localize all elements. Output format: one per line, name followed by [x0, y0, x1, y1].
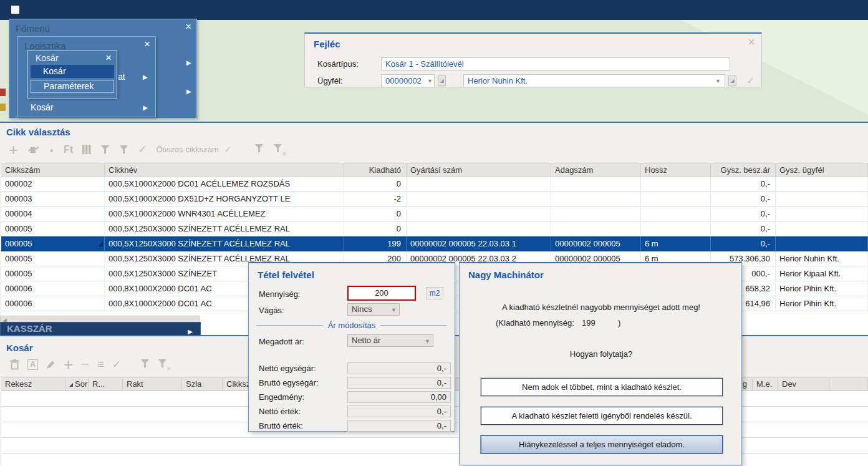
text-a-icon[interactable]: A	[27, 359, 38, 370]
chevron-down-icon[interactable]: ▼	[427, 78, 433, 84]
ugyfel-code-detail-button[interactable]: ◢	[438, 75, 446, 86]
close-icon[interactable]: ×	[105, 52, 112, 63]
column-header-kiadhato[interactable]: Kiadható	[344, 164, 407, 176]
kiadhato-mennyiseg-value: 199	[582, 318, 596, 328]
cell-hossz	[641, 221, 711, 236]
cikk-table-header: Cikkszám Cikknév Kiadható Gyártási szám …	[1, 163, 868, 177]
pour-icon[interactable]	[27, 145, 39, 154]
add-icon[interactable]: +	[64, 358, 73, 371]
cell-ugyfel: Herior Nuhin Kft.	[776, 251, 868, 266]
menu-item-kosar[interactable]: Kosár	[31, 102, 54, 112]
filter-icon[interactable]	[140, 359, 150, 371]
column-header-sor[interactable]: Sor	[65, 378, 89, 391]
columns-icon[interactable]	[82, 145, 91, 154]
application-window: Főmenü × ▶ ▶ Logisztika × at ▶ Kosár ▶ K…	[0, 0, 868, 466]
cell-gyartasi	[407, 206, 551, 221]
filter-apply-icon[interactable]	[254, 143, 264, 155]
netto-ertek-value: 0,-	[347, 405, 451, 417]
filter-clear-icon[interactable]: ×	[273, 143, 282, 155]
pencil-icon[interactable]	[46, 360, 55, 369]
menu-item-kosar[interactable]: Kosár	[31, 65, 114, 78]
window-kasszar-titlebar[interactable]: KASSZÁR ▶	[0, 322, 201, 336]
menu-item-fragment[interactable]: at	[118, 72, 125, 82]
cell-cikkszam: 000002	[1, 177, 105, 191]
table-row[interactable]: 000002 000,5X1000X2000 DC01 ACÉLLEMEZ RO…	[1, 177, 868, 192]
list-icon[interactable]: ≡	[97, 358, 104, 371]
kosar-toolbar: A + − ≡ ✓ ×	[10, 356, 167, 372]
cikk-toolbar: + ▲ Ft ✓ Összes cikkszám ✓ ×	[9, 143, 282, 156]
cell-ugyfel	[776, 221, 868, 236]
window-title: KASSZÁR	[7, 323, 52, 334]
desktop-icon-fragment	[0, 89, 6, 96]
cell-adag	[551, 221, 641, 236]
ugyfel-name-combo[interactable]: Herior Nuhin Kft.	[463, 74, 725, 87]
close-icon[interactable]: ×	[144, 39, 150, 49]
column-header-gysz-beszar[interactable]: Gysz. besz.ár	[711, 164, 776, 176]
option-button-create-order[interactable]: A kiadható készlet feletti igényből rend…	[481, 407, 723, 425]
add-icon[interactable]: +	[9, 143, 18, 156]
option-button-shortage-handling[interactable]: Hiánykezeléssel a teljes mennyiséget ela…	[481, 435, 723, 454]
netto-ertek-label: Nettó érték:	[259, 407, 301, 416]
submenu-arrow-icon: ▶	[143, 74, 148, 80]
cell-gyartasi: 00000002 000005 22.03.03 1	[407, 236, 551, 251]
engedmeny-value: 0,00	[347, 391, 451, 403]
remove-icon[interactable]: −	[81, 356, 89, 372]
column-header-cikknev[interactable]: Cikknév	[105, 164, 344, 176]
table-row-selected[interactable]: 000005 000,5X1250X3000 SZÍNEZETT ACÉLLEM…	[1, 236, 868, 251]
cell-cikknev: 000,5X1000X2000 WNR4301 ACÉLLEMEZ	[105, 206, 344, 221]
column-header-cikkszam[interactable]: Cikkszám	[1, 164, 105, 176]
dialog-tetel-felvetel: Tétel felvétel Mennyiség: 200 m2 Vágás: …	[248, 262, 455, 432]
accept-check-icon[interactable]: ✓	[138, 143, 147, 156]
cell-cikkszam: 000003	[1, 192, 105, 206]
chevron-down-icon[interactable]: ▼	[425, 338, 430, 344]
column-header-szla[interactable]: Szla	[182, 378, 223, 391]
table-row[interactable]: 000005 000,5X1250X3000 SZÍNEZETT ACÉLLEM…	[1, 221, 868, 236]
price-ft-icon[interactable]: Ft	[64, 144, 73, 155]
dialog-title: Nagy Machinátor	[468, 269, 544, 280]
column-header-rekesz[interactable]: Rekesz	[1, 378, 65, 391]
megadott-ar-label: Megadott ár:	[259, 337, 304, 346]
row-marker-icon	[98, 241, 103, 246]
cell-ugyfel	[776, 192, 868, 206]
cell-cikknev: 000,5X1000X2000 DC01 ACÉLLEMEZ ROZSDÁS	[105, 177, 344, 191]
option-button-no-oversell[interactable]: Nem adok el többet, mint a kiadható kész…	[481, 378, 723, 396]
cell-cikknev: 000,5X1000X2000 DX51D+Z HORGANYZOTT LE	[105, 192, 344, 206]
table-row[interactable]: 000004 000,5X1000X2000 WNR4301 ACÉLLEMEZ…	[1, 206, 868, 221]
column-header-me[interactable]: M.e.	[753, 378, 778, 391]
column-header-gyartasi-szam[interactable]: Gyártási szám	[407, 164, 551, 176]
mennyiseg-input[interactable]: 200	[347, 286, 416, 301]
cell-cikkszam: 000005	[1, 266, 105, 281]
chevron-down-icon[interactable]: ▼	[391, 307, 397, 313]
osszes-cikkszam-label[interactable]: Összes cikkszám	[156, 145, 218, 154]
close-icon[interactable]: ×	[185, 21, 191, 32]
accept-check-icon[interactable]: ✓	[112, 358, 121, 371]
column-header-gysz-ugyfel[interactable]: Gysz. ügyfél	[776, 164, 868, 176]
filter-edit-icon[interactable]	[119, 145, 128, 154]
filter-icon[interactable]	[100, 145, 110, 154]
confirm-check-icon[interactable]: ✓	[746, 75, 755, 87]
ugyfel-name-detail-button[interactable]: ◢	[728, 75, 736, 86]
filter-clear-icon[interactable]: ×	[158, 359, 167, 371]
netto-egysegar-value: 0,-	[347, 362, 451, 374]
trash-icon[interactable]	[10, 359, 19, 370]
menu-item-parameterek[interactable]: Paraméterek	[31, 80, 114, 93]
cell-ugyfel: Herior Pihin Kft.	[776, 296, 868, 311]
column-header-adagszam[interactable]: Adagszám	[551, 164, 641, 176]
sort-up-icon[interactable]: ▲	[49, 147, 54, 153]
column-header-r[interactable]: R...	[89, 378, 123, 391]
cell-cikkszam: 000006	[1, 296, 105, 311]
cell-ugyfel: Herior Pihin Kft.	[776, 281, 868, 296]
megadott-ar-select[interactable]: Netto ár	[347, 334, 433, 347]
dialog-title: Tétel felvétel	[258, 269, 314, 280]
mennyiseg-label: Mennyiség:	[259, 289, 300, 299]
column-header-hossz[interactable]: Hossz	[641, 164, 711, 176]
column-header-rakt[interactable]: Rakt	[123, 378, 182, 391]
menu-window-kosar: Kosár × Kosár Paraméterek	[27, 50, 117, 99]
cell-hossz	[641, 206, 711, 221]
column-header-dev[interactable]: Dev	[778, 378, 829, 391]
close-icon[interactable]: ×	[748, 35, 755, 49]
cell-cikknev: 000,5X1250X3000 SZÍNEZETT ACÉLLEMEZ RAL	[105, 236, 344, 251]
chevron-down-icon[interactable]: ▼	[715, 78, 721, 84]
kosartipus-input[interactable]: Kosár 1 - Szállítólevél	[381, 57, 730, 70]
table-row[interactable]: 000003 000,5X1000X2000 DX51D+Z HORGANYZO…	[1, 192, 868, 206]
